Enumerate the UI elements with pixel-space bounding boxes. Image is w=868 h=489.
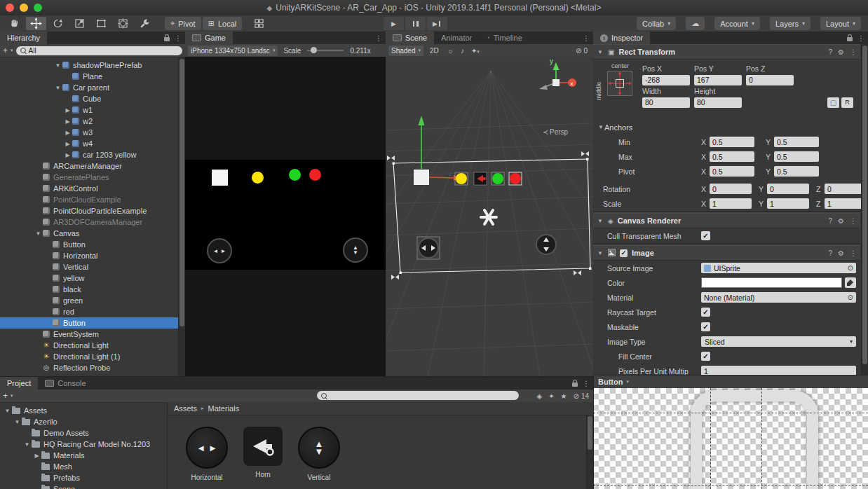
hierarchy-item-red[interactable]: red	[0, 306, 179, 317]
anchor-preset-icon[interactable]	[607, 71, 632, 97]
persp-chevron[interactable]: ≺	[543, 128, 548, 136]
width-field[interactable]: 80	[642, 97, 690, 108]
persp-label[interactable]: Persp	[550, 128, 569, 136]
help-icon[interactable]: ?	[828, 48, 832, 56]
foldout-icon[interactable]: ▼	[597, 218, 604, 224]
hierarchy-item-w3[interactable]: ▶w3	[0, 127, 179, 138]
custom-tool-icon[interactable]	[135, 17, 155, 30]
rect-transform-header[interactable]: ▼ ▣ Rect Transform ?⚙⋮	[593, 44, 860, 60]
hierarchy-item-directional-light[interactable]: ☀Directional Light	[0, 340, 179, 351]
kebab-menu-icon[interactable]: ⋮	[850, 249, 857, 257]
folder-item-mesh[interactable]: Mesh	[0, 461, 167, 472]
hierarchy-item-car-1203-yellow[interactable]: ▶car 1203 yellow	[0, 149, 179, 160]
search-by-label-icon[interactable]: ✦	[548, 392, 554, 400]
folder-item-hq-racing-car-model-no-1203[interactable]: ▼HQ Racing Car Model No.1203	[0, 439, 167, 450]
help-icon[interactable]: ?	[828, 217, 832, 225]
scale-slider-knob[interactable]	[311, 47, 317, 53]
fill-center-checkbox[interactable]: ✓	[701, 352, 710, 361]
kebab-menu-icon[interactable]: ⋮	[857, 34, 864, 42]
raycast-target-checkbox[interactable]: ✓	[701, 308, 710, 317]
tab-game[interactable]: Game	[185, 32, 233, 44]
blueprint-mode-button[interactable]: ▢	[827, 97, 839, 108]
scale-z-field[interactable]: 1	[825, 198, 867, 209]
foldout-icon[interactable]: ▶	[32, 453, 41, 459]
play-button[interactable]: ▶	[384, 17, 404, 30]
foldout-icon[interactable]: ▶	[63, 152, 72, 158]
breadcrumb-materials[interactable]: Materials	[208, 404, 240, 413]
lock-icon[interactable]	[847, 37, 853, 41]
hierarchy-item-cube[interactable]: Cube	[0, 93, 179, 104]
hierarchy-item-ar3dofcameramanager[interactable]: AR3DOFCameraManager	[0, 216, 179, 228]
foldout-icon[interactable]: ▼	[597, 250, 604, 256]
hierarchy-item-car-parent[interactable]: ▼Car parent	[0, 82, 179, 93]
kebab-menu-icon[interactable]: ⋮	[850, 48, 857, 56]
local-toggle-button[interactable]: ⊞Local	[203, 17, 243, 30]
scene-audio-icon[interactable]: ♪	[459, 47, 466, 55]
tab-timeline[interactable]: ◔Timeline	[479, 32, 529, 44]
folder-item-prefabs[interactable]: Prefabs	[0, 472, 167, 483]
image-type-dropdown[interactable]: Sliced▾	[701, 336, 856, 347]
kebab-menu-icon[interactable]: ⋮	[850, 217, 857, 225]
pos-y-field[interactable]: 167	[694, 75, 742, 85]
preview-header[interactable]: Button ▾	[593, 375, 868, 389]
foldout-icon[interactable]: ▼	[597, 124, 604, 130]
hierarchy-item-pointcloudexample[interactable]: PointCloudExample	[0, 194, 179, 205]
hierarchy-item-black[interactable]: black	[0, 284, 179, 295]
folder-item-demo-assets[interactable]: Demo Assets	[0, 427, 167, 439]
create-button[interactable]: +	[3, 46, 8, 55]
pos-z-field[interactable]: 0	[746, 75, 794, 85]
tab-inspector[interactable]: i Inspector	[593, 32, 650, 44]
hierarchy-item-yellow[interactable]: yellow	[0, 273, 179, 284]
anchors-foldout[interactable]: ▼ Anchors	[593, 120, 860, 135]
foldout-icon[interactable]: ▼	[53, 62, 62, 69]
hierarchy-item-reflection-probe[interactable]: ◎Reflection Probe	[0, 362, 179, 373]
project-search-input[interactable]	[317, 391, 519, 400]
presets-icon[interactable]: ⚙	[838, 217, 844, 225]
folder-item-assets[interactable]: ▼Assets	[0, 405, 167, 416]
move-tool-icon[interactable]	[26, 17, 46, 30]
foldout-icon[interactable]: ▶	[63, 107, 72, 113]
scale-tool-icon[interactable]	[69, 17, 90, 30]
image-enabled-checkbox[interactable]: ✓	[620, 249, 628, 257]
kebab-menu-icon[interactable]: ⋮	[583, 34, 590, 42]
anchor-preset-widget[interactable]: center middle	[596, 62, 642, 120]
hierarchy-item-green[interactable]: green	[0, 295, 179, 306]
hierarchy-item-arcameramanager[interactable]: ARCameraManager	[0, 160, 179, 172]
scale-slider[interactable]	[307, 50, 344, 51]
scene-effects-dropdown[interactable]: ✦▾	[469, 47, 482, 55]
tab-animator[interactable]: Animator	[434, 32, 479, 44]
breadcrumb-assets[interactable]: Assets	[174, 404, 197, 413]
rotate-tool-icon[interactable]	[48, 17, 68, 30]
tab-console[interactable]: Console	[38, 377, 93, 390]
hierarchy-item-directional-light-1[interactable]: ☀Directional Light (1)	[0, 351, 179, 362]
hierarchy-scrollbar[interactable]	[178, 57, 185, 376]
scene-viewport[interactable]: y x ≺ Persp	[386, 57, 593, 376]
account-dropdown[interactable]: Account▾	[714, 17, 760, 30]
2d-toggle-button[interactable]: 2D	[426, 46, 442, 56]
pivot-toggle-button[interactable]: ⌖Pivot	[165, 17, 201, 30]
grid-snap-icon[interactable]	[249, 17, 269, 30]
kebab-menu-icon[interactable]: ⋮	[583, 380, 590, 387]
minimize-window-button[interactable]	[20, 4, 28, 12]
pause-button[interactable]	[405, 17, 426, 30]
search-by-type-icon[interactable]: ◈	[536, 392, 542, 400]
step-button[interactable]: ▶	[427, 17, 447, 30]
image-component-header[interactable]: ▼ ✓ Image ?⚙⋮	[593, 245, 860, 261]
foldout-icon[interactable]: ▶	[63, 118, 72, 125]
foldout-icon[interactable]: ▶	[63, 130, 72, 136]
scale-y-field[interactable]: 1	[767, 198, 809, 209]
kebab-menu-icon[interactable]: ⋮	[175, 34, 182, 42]
hierarchy-item-button[interactable]: Button	[0, 239, 179, 250]
rotation-y-field[interactable]: 0	[767, 184, 809, 194]
hierarchy-item-w1[interactable]: ▶w1	[0, 104, 179, 116]
anchor-max-y-field[interactable]: 0.5	[774, 151, 819, 162]
anchor-min-y-field[interactable]: 0.5	[774, 137, 819, 147]
pivot-y-field[interactable]: 0.5	[774, 166, 819, 177]
rotation-z-field[interactable]: 0	[825, 184, 867, 194]
tab-hierarchy[interactable]: Hierarchy	[0, 32, 47, 44]
cull-transparent-mesh-checkbox[interactable]: ✓	[701, 231, 710, 240]
eyedropper-icon[interactable]	[845, 277, 856, 288]
anchor-min-x-field[interactable]: 0.5	[710, 137, 754, 147]
scene-lighting-icon[interactable]: ☼	[445, 47, 456, 55]
asset-item-vertical[interactable]: ▲▼Vertical	[297, 427, 341, 481]
